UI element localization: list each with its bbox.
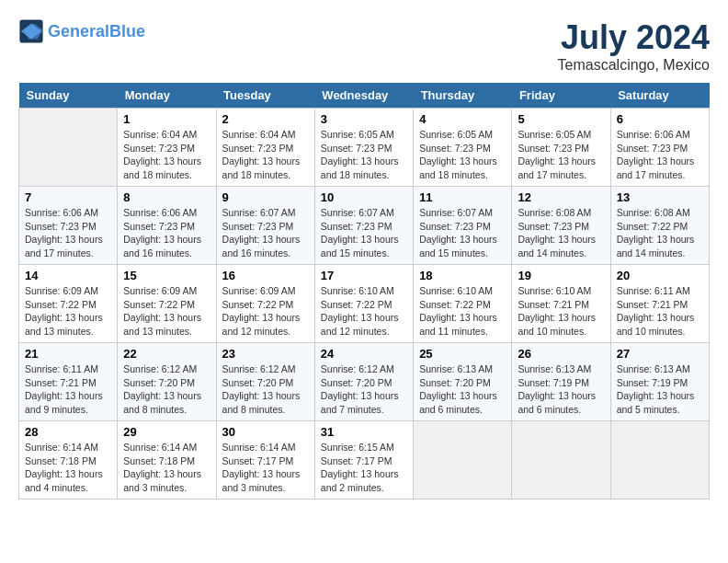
day-number: 13: [617, 190, 703, 204]
day-number: 16: [222, 269, 309, 282]
day-header-tuesday: Tuesday: [216, 83, 314, 109]
calendar-cell: [414, 421, 512, 500]
cell-info: Sunrise: 6:05 AMSunset: 7:23 PMDaylight:…: [419, 128, 506, 182]
day-number: 4: [419, 112, 506, 126]
cell-info: Sunrise: 6:15 AMSunset: 7:17 PMDaylight:…: [321, 441, 407, 495]
calendar-cell: 15Sunrise: 6:09 AMSunset: 7:22 PMDayligh…: [118, 265, 216, 343]
day-number: 19: [518, 269, 604, 282]
day-number: 24: [321, 347, 407, 361]
day-header-friday: Friday: [512, 83, 610, 109]
calendar-cell: 16Sunrise: 6:09 AMSunset: 7:22 PMDayligh…: [216, 265, 314, 343]
cell-info: Sunrise: 6:06 AMSunset: 7:23 PMDaylight:…: [617, 128, 703, 182]
calendar-week-2: 7Sunrise: 6:06 AMSunset: 7:23 PMDaylight…: [19, 187, 710, 265]
calendar-cell: 5Sunrise: 6:05 AMSunset: 7:23 PMDaylight…: [512, 109, 610, 187]
cell-info: Sunrise: 6:12 AMSunset: 7:20 PMDaylight:…: [123, 362, 210, 417]
day-number: 8: [123, 190, 210, 204]
cell-info: Sunrise: 6:09 AMSunset: 7:22 PMDaylight:…: [25, 284, 111, 339]
cell-info: Sunrise: 6:04 AMSunset: 7:23 PMDaylight:…: [123, 128, 210, 182]
calendar-cell: 21Sunrise: 6:11 AMSunset: 7:21 PMDayligh…: [19, 343, 118, 421]
day-header-saturday: Saturday: [610, 83, 709, 109]
calendar-cell: 27Sunrise: 6:13 AMSunset: 7:19 PMDayligh…: [610, 343, 709, 421]
title-block: July 2024 Temascalcingo, Mexico: [558, 18, 710, 74]
day-header-thursday: Thursday: [414, 83, 512, 109]
cell-info: Sunrise: 6:10 AMSunset: 7:21 PMDaylight:…: [518, 284, 604, 339]
calendar-cell: 2Sunrise: 6:04 AMSunset: 7:23 PMDaylight…: [216, 109, 314, 187]
cell-info: Sunrise: 6:08 AMSunset: 7:22 PMDaylight:…: [617, 206, 703, 260]
calendar-cell: [610, 421, 709, 500]
calendar-cell: 4Sunrise: 6:05 AMSunset: 7:23 PMDaylight…: [414, 109, 512, 187]
location-subtitle: Temascalcingo, Mexico: [558, 57, 710, 74]
day-number: 17: [321, 269, 407, 282]
calendar-cell: 31Sunrise: 6:15 AMSunset: 7:17 PMDayligh…: [314, 421, 413, 500]
calendar-cell: 6Sunrise: 6:06 AMSunset: 7:23 PMDaylight…: [610, 109, 709, 187]
calendar-cell: 29Sunrise: 6:14 AMSunset: 7:18 PMDayligh…: [118, 421, 216, 500]
cell-info: Sunrise: 6:09 AMSunset: 7:22 PMDaylight:…: [123, 284, 210, 339]
calendar-cell: [19, 109, 118, 187]
day-number: 6: [617, 112, 703, 126]
day-number: 14: [25, 269, 111, 282]
day-number: 9: [222, 190, 309, 204]
day-number: 31: [321, 425, 407, 439]
calendar-cell: 23Sunrise: 6:12 AMSunset: 7:20 PMDayligh…: [216, 343, 314, 421]
day-number: 1: [123, 112, 210, 126]
day-number: 25: [419, 347, 506, 361]
day-number: 20: [617, 269, 703, 282]
day-number: 5: [518, 112, 604, 126]
calendar-cell: 13Sunrise: 6:08 AMSunset: 7:22 PMDayligh…: [610, 187, 709, 265]
calendar-cell: 12Sunrise: 6:08 AMSunset: 7:23 PMDayligh…: [512, 187, 610, 265]
day-number: 12: [518, 190, 604, 204]
month-year-title: July 2024: [558, 18, 710, 57]
calendar-week-4: 21Sunrise: 6:11 AMSunset: 7:21 PMDayligh…: [19, 343, 710, 421]
calendar-cell: 24Sunrise: 6:12 AMSunset: 7:20 PMDayligh…: [314, 343, 413, 421]
calendar-cell: 20Sunrise: 6:11 AMSunset: 7:21 PMDayligh…: [610, 265, 709, 343]
logo-general: General: [48, 22, 109, 40]
day-number: 26: [518, 347, 604, 361]
calendar-cell: 19Sunrise: 6:10 AMSunset: 7:21 PMDayligh…: [512, 265, 610, 343]
calendar-week-3: 14Sunrise: 6:09 AMSunset: 7:22 PMDayligh…: [19, 265, 710, 343]
cell-info: Sunrise: 6:12 AMSunset: 7:20 PMDaylight:…: [321, 362, 407, 417]
cell-info: Sunrise: 6:13 AMSunset: 7:20 PMDaylight:…: [419, 362, 506, 417]
day-number: 28: [25, 425, 111, 439]
calendar-cell: 28Sunrise: 6:14 AMSunset: 7:18 PMDayligh…: [19, 421, 118, 500]
logo-icon: [18, 18, 44, 44]
cell-info: Sunrise: 6:10 AMSunset: 7:22 PMDaylight:…: [321, 284, 407, 339]
calendar-cell: 11Sunrise: 6:07 AMSunset: 7:23 PMDayligh…: [414, 187, 512, 265]
day-number: 21: [25, 347, 111, 361]
day-number: 3: [321, 112, 407, 126]
day-number: 27: [617, 347, 703, 361]
day-header-wednesday: Wednesday: [314, 83, 413, 109]
calendar-header: SundayMondayTuesdayWednesdayThursdayFrid…: [19, 83, 710, 109]
calendar-cell: 26Sunrise: 6:13 AMSunset: 7:19 PMDayligh…: [512, 343, 610, 421]
calendar-cell: 3Sunrise: 6:05 AMSunset: 7:23 PMDaylight…: [314, 109, 413, 187]
cell-info: Sunrise: 6:07 AMSunset: 7:23 PMDaylight:…: [321, 206, 407, 260]
calendar-cell: 10Sunrise: 6:07 AMSunset: 7:23 PMDayligh…: [314, 187, 413, 265]
day-number: 7: [25, 190, 111, 204]
cell-info: Sunrise: 6:14 AMSunset: 7:17 PMDaylight:…: [222, 441, 309, 495]
cell-info: Sunrise: 6:05 AMSunset: 7:23 PMDaylight:…: [518, 128, 604, 182]
calendar-cell: 9Sunrise: 6:07 AMSunset: 7:23 PMDaylight…: [216, 187, 314, 265]
day-number: 29: [123, 425, 210, 439]
calendar-cell: 8Sunrise: 6:06 AMSunset: 7:23 PMDaylight…: [118, 187, 216, 265]
cell-info: Sunrise: 6:12 AMSunset: 7:20 PMDaylight:…: [222, 362, 309, 417]
calendar-cell: 1Sunrise: 6:04 AMSunset: 7:23 PMDaylight…: [118, 109, 216, 187]
cell-info: Sunrise: 6:10 AMSunset: 7:22 PMDaylight:…: [419, 284, 506, 339]
calendar-body: 1Sunrise: 6:04 AMSunset: 7:23 PMDaylight…: [19, 109, 710, 500]
cell-info: Sunrise: 6:14 AMSunset: 7:18 PMDaylight:…: [123, 441, 210, 495]
day-number: 2: [222, 112, 309, 126]
cell-info: Sunrise: 6:07 AMSunset: 7:23 PMDaylight:…: [222, 206, 309, 260]
calendar-cell: 25Sunrise: 6:13 AMSunset: 7:20 PMDayligh…: [414, 343, 512, 421]
page-header: GeneralBlue July 2024 Temascalcingo, Mex…: [18, 18, 710, 74]
cell-info: Sunrise: 6:13 AMSunset: 7:19 PMDaylight:…: [518, 362, 604, 417]
logo-blue: Blue: [109, 22, 145, 40]
logo: GeneralBlue: [18, 18, 145, 44]
calendar-cell: 22Sunrise: 6:12 AMSunset: 7:20 PMDayligh…: [118, 343, 216, 421]
calendar-cell: 7Sunrise: 6:06 AMSunset: 7:23 PMDaylight…: [19, 187, 118, 265]
day-number: 22: [123, 347, 210, 361]
cell-info: Sunrise: 6:14 AMSunset: 7:18 PMDaylight:…: [25, 441, 111, 495]
cell-info: Sunrise: 6:06 AMSunset: 7:23 PMDaylight:…: [123, 206, 210, 260]
day-header-sunday: Sunday: [19, 83, 118, 109]
cell-info: Sunrise: 6:05 AMSunset: 7:23 PMDaylight:…: [321, 128, 407, 182]
day-number: 15: [123, 269, 210, 282]
cell-info: Sunrise: 6:08 AMSunset: 7:23 PMDaylight:…: [518, 206, 604, 260]
cell-info: Sunrise: 6:07 AMSunset: 7:23 PMDaylight:…: [419, 206, 506, 260]
